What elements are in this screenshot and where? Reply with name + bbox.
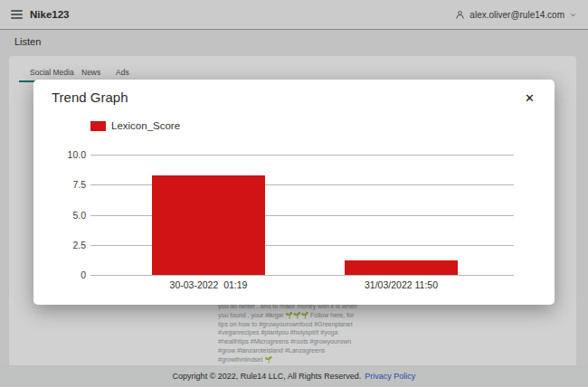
chart-gridline	[90, 275, 514, 276]
trend-chart: 10.07.55.02.5030-03-2022 01:1931/03/2022…	[33, 80, 555, 305]
y-axis-tick: 0	[41, 269, 86, 280]
x-axis-label: 31/03/2022 11:50	[365, 279, 438, 290]
x-axis-label: 30-03-2022 01:19	[170, 279, 248, 290]
bar-lexicon-score[interactable]	[345, 260, 458, 275]
chart-gridline	[90, 155, 514, 156]
trend-graph-modal: Trend Graph ✕ Lexicon_Score 10.07.55.02.…	[33, 80, 555, 305]
y-axis-tick: 2.5	[41, 240, 86, 250]
bar-lexicon-score[interactable]	[152, 175, 265, 275]
y-axis-tick: 5.0	[41, 210, 86, 221]
y-axis-tick: 7.5	[41, 179, 86, 190]
y-axis-tick: 10.0	[41, 149, 86, 160]
